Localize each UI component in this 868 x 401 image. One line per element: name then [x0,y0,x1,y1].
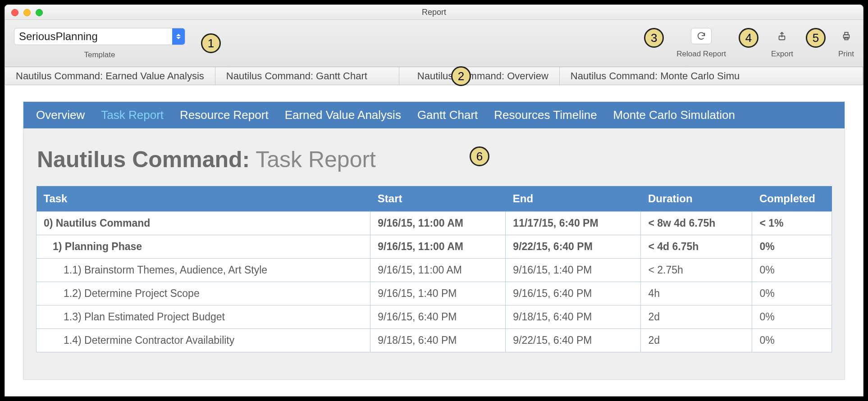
print-label: Print [838,50,854,59]
table-cell: 1) Planning Phase [37,235,370,259]
callout-1: 1 [201,33,221,53]
table-cell: 0% [752,235,832,259]
nav-resource-report[interactable]: Resource Report [180,108,269,122]
share-icon [777,31,787,41]
doc-tab-monte-carlo[interactable]: Nautilus Command: Monte Carlo Simu [560,67,863,85]
table-row: 1.3) Plan Estimated Project Budget9/16/1… [37,305,832,329]
minimize-button[interactable] [23,9,31,16]
table-row: 1) Planning Phase9/16/15, 11:00 AM9/22/1… [37,235,832,259]
table-cell: 0% [752,305,832,329]
table-cell: < 2.75h [641,259,752,282]
table-cell: 4h [641,282,752,305]
window-title: Report [5,5,863,20]
svg-rect-2 [845,32,848,35]
table-cell: 1.1) Brainstorm Themes, Audience, Art St… [37,259,370,282]
table-cell: 9/16/15, 11:00 AM [370,235,506,259]
document-tabs: Nautilus Command: Earned Value Analysis … [5,67,863,85]
table-cell: 9/16/15, 11:00 AM [370,212,506,235]
table-cell: 9/22/15, 6:40 PM [506,235,641,259]
template-value: SeriousPlanning [14,30,172,43]
printer-icon [841,31,851,41]
th-end: End [506,186,641,212]
table-cell: 0% [752,329,832,352]
th-task: Task [37,186,370,212]
print-button[interactable] [841,28,851,44]
th-completed: Completed [752,186,832,212]
table-cell: 1.2) Determine Project Scope [37,282,370,305]
nav-earned-value[interactable]: Earned Value Analysis [285,108,401,122]
export-button[interactable] [777,28,787,44]
callout-2: 2 [451,66,471,86]
reload-button[interactable] [691,28,712,44]
zoom-button[interactable] [36,9,43,16]
table-row: 1.1) Brainstorm Themes, Audience, Art St… [37,259,832,282]
table-cell: 9/16/15, 11:00 AM [370,259,506,282]
callout-4: 4 [739,28,758,48]
table-row: 1.4) Determine Contractor Availability9/… [37,329,832,352]
table-cell: 9/16/15, 1:40 PM [506,259,641,282]
callout-5: 5 [806,28,826,48]
table-cell: 9/18/15, 6:40 PM [506,305,641,329]
table-cell: 0% [752,259,832,282]
reload-label: Reload Report [676,50,726,59]
table-cell: 9/16/15, 6:40 PM [370,305,506,329]
th-duration: Duration [641,186,752,212]
table-cell: < 8w 4d 6.75h [641,212,752,235]
template-label: Template [84,50,115,59]
select-stepper-icon [172,28,185,45]
nav-task-report[interactable]: Task Report [101,108,164,122]
close-button[interactable] [11,9,18,16]
page-title-rest: Task Report [250,147,376,172]
table-cell: 0% [752,282,832,305]
th-start: Start [370,186,506,212]
callout-6: 6 [470,146,489,166]
table-row: 0) Nautilus Command9/16/15, 11:00 AM11/1… [37,212,832,235]
table-cell: 11/17/15, 6:40 PM [506,212,641,235]
export-group: Export [771,28,793,59]
table-cell: 9/16/15, 6:40 PM [506,282,641,305]
table-cell: 1.3) Plan Estimated Project Budget [37,305,370,329]
table-cell: 9/16/15, 1:40 PM [370,282,506,305]
table-row: 1.2) Determine Project Scope9/16/15, 1:4… [37,282,832,305]
template-select[interactable]: SeriousPlanning [14,28,185,45]
doc-tab-earned-value[interactable]: Nautilus Command: Earned Value Analysis [5,67,215,85]
reload-group: Reload Report [676,28,726,59]
nav-monte-carlo[interactable]: Monte Carlo Simulation [613,108,735,122]
report-nav: Overview Task Report Resource Report Ear… [23,102,845,128]
table-cell: 1.4) Determine Contractor Availability [37,329,370,352]
page-title-bold: Nautilus Command: [37,147,250,172]
reload-icon [696,31,706,41]
table-cell: 0) Nautilus Command [37,212,370,235]
print-group: Print [838,28,854,59]
table-cell: 2d [641,305,752,329]
page-title: Nautilus Command: Task Report [23,128,845,186]
task-table: Task Start End Duration Completed 0) Nau… [36,186,832,352]
doc-tab-overview[interactable]: Nautilus Command: Overview [399,67,560,85]
table-cell: < 4d 6.75h [641,235,752,259]
callout-3: 3 [644,28,664,48]
table-cell: < 1% [752,212,832,235]
export-label: Export [771,50,793,59]
nav-resources-timeline[interactable]: Resources Timeline [494,108,597,122]
template-group: SeriousPlanning Template [14,28,185,59]
table-cell: 9/22/15, 6:40 PM [506,329,641,352]
doc-tab-gantt[interactable]: Nautilus Command: Gantt Chart [215,67,399,85]
table-cell: 9/18/15, 6:40 PM [370,329,506,352]
table-cell: 2d [641,329,752,352]
nav-gantt-chart[interactable]: Gantt Chart [417,108,478,122]
nav-overview[interactable]: Overview [36,108,85,122]
